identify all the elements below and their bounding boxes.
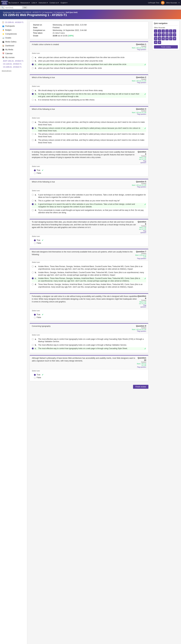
radio-q6-false[interactable] bbox=[34, 242, 36, 244]
user-avatar[interactable]: SN bbox=[161, 1, 164, 4]
question-10-false-option[interactable]: False bbox=[34, 376, 146, 378]
question-5-option-a[interactable]: a. A poor technique is to search the web… bbox=[32, 194, 146, 199]
radio-q2-c[interactable] bbox=[32, 99, 34, 101]
sidebar-item-grades[interactable]: 📊 Grades bbox=[0, 36, 27, 40]
radio-q3-a[interactable] bbox=[32, 121, 34, 123]
nav-btn-17[interactable]: 17 bbox=[169, 37, 172, 40]
sidebar-item-badges[interactable]: 🏅 Badges bbox=[0, 28, 27, 32]
radio-q3-d[interactable] bbox=[32, 139, 34, 141]
radio-q1-b[interactable] bbox=[32, 60, 34, 62]
question-9-option-c[interactable]: c. The most effective way to control how… bbox=[32, 347, 146, 350]
nav-my-courses[interactable]: My Courses ▾ bbox=[8, 2, 19, 4]
question-1-flag[interactable]: Flag question bbox=[132, 49, 146, 50]
nav-btn-4[interactable]: 4 bbox=[165, 30, 169, 33]
question-3-flag[interactable]: Flag question bbox=[132, 114, 146, 115]
sidebar-item-participants[interactable]: 👥 Participants bbox=[0, 24, 27, 28]
nav-btn-20[interactable]: 20 bbox=[158, 41, 161, 44]
breadcrumb-my-courses[interactable]: My courses bbox=[12, 12, 21, 13]
question-6-true-option[interactable]: True ✔ bbox=[34, 239, 146, 242]
question-7-flag[interactable]: Flag question bbox=[133, 258, 146, 259]
question-1-option-b[interactable]: b. when you pick three colours that lie … bbox=[32, 60, 146, 62]
question-8-flag[interactable]: Flag question bbox=[138, 304, 146, 308]
question-7-option-c[interactable]: c. Andale Mono, Times New Roman, Georgia… bbox=[32, 277, 146, 282]
sidebar-course-cs2205[interactable]: CS 2205-01 - AY2023-T1 bbox=[0, 66, 27, 68]
breadcrumb-course[interactable]: CS 2205-01 - AY2023-T1 bbox=[22, 12, 41, 13]
question-7-option-b[interactable]: b. Andale Mono, Georgia, Verdana, Arial/… bbox=[32, 271, 146, 276]
nav-btn-13[interactable]: 13 bbox=[154, 37, 157, 40]
question-1-option-a[interactable]: a. when you pick two colours and then pi… bbox=[32, 56, 146, 59]
breadcrumb-14-sep[interactable]: 14 September bbox=[42, 12, 53, 13]
question-4-false-option[interactable]: False bbox=[34, 172, 146, 174]
question-2-option-c[interactable]: c. It is nonsense that too much choice i… bbox=[32, 98, 146, 101]
radio-q10-false[interactable] bbox=[34, 377, 36, 378]
nav-btn-3[interactable]: 3 bbox=[162, 30, 165, 33]
question-8-true-option[interactable]: True ✔ bbox=[34, 313, 146, 316]
question-7-option-d[interactable]: d. Times New Roman, Georgia, Verdana, Ar… bbox=[32, 283, 146, 288]
question-4-true-option[interactable]: True ✔ bbox=[34, 169, 146, 172]
nav-language[interactable]: English ▾ bbox=[61, 2, 68, 4]
radio-q6-true[interactable] bbox=[34, 240, 36, 241]
question-4-flag[interactable]: Flag question bbox=[138, 160, 146, 164]
question-8-false-option[interactable]: False bbox=[34, 316, 146, 318]
nav-resources[interactable]: Resources ▾ bbox=[20, 2, 30, 4]
question-5-option-d[interactable]: d. Try to concentrate to create a well-t… bbox=[32, 209, 146, 214]
radio-q10-true[interactable] bbox=[34, 374, 36, 376]
nav-btn-18[interactable]: 18 bbox=[173, 37, 176, 40]
question-10-flag[interactable]: Flag question bbox=[136, 366, 146, 368]
nav-btn-8[interactable]: 8 bbox=[158, 33, 161, 36]
sidebar-course-ah3t[interactable]: AH3T 1401-01 - AY2023-T1 bbox=[0, 60, 27, 62]
radio-q5-a[interactable] bbox=[32, 194, 34, 196]
question-5-option-c[interactable]: c. A good technique is to search the web… bbox=[32, 203, 146, 208]
user-name[interactable]: Sifiso Nxumalo bbox=[166, 2, 177, 4]
sidebar-item-competencies[interactable]: ⭐ Competencies bbox=[0, 32, 27, 36]
radio-q1-c[interactable] bbox=[32, 64, 34, 65]
breadcrumb-14-sep-2[interactable]: 14 September bbox=[54, 12, 64, 13]
question-1-option-d[interactable]: d. when you pick four colours that lie e… bbox=[32, 67, 146, 70]
nav-btn-9[interactable]: 9 bbox=[162, 33, 165, 36]
question-5-flag[interactable]: Flag question bbox=[132, 186, 146, 188]
radio-q9-b[interactable] bbox=[32, 344, 34, 346]
nav-btn-1[interactable]: 1 bbox=[154, 30, 157, 33]
sidebar-item-calendar[interactable]: 📅 Calendar bbox=[0, 52, 27, 56]
nav-btn-6[interactable]: 6 bbox=[173, 30, 176, 33]
radio-q1-d[interactable] bbox=[32, 67, 34, 69]
question-9-option-a[interactable]: a. The most effective way to control how… bbox=[32, 338, 146, 343]
nav-contact[interactable]: Contact us ▾ bbox=[50, 2, 59, 4]
nav-btn-7[interactable]: 7 bbox=[154, 33, 157, 36]
radio-q7-b[interactable] bbox=[32, 272, 34, 273]
question-3-option-d[interactable]: d. The primary colours consist of red, w… bbox=[32, 139, 146, 144]
radio-q2-a[interactable] bbox=[32, 90, 34, 92]
question-7-option-a[interactable]: a. Andale Mono, Times New Roman, Georgia… bbox=[32, 265, 146, 270]
question-10-true-option[interactable]: True ✔ bbox=[34, 374, 146, 376]
nav-btn-2[interactable]: 2 bbox=[158, 30, 161, 33]
sidebar-item-course-main[interactable]: 📋 CS 2205-01 - AY2023-T1 bbox=[0, 20, 27, 24]
radio-q7-c[interactable] bbox=[32, 278, 34, 279]
search-input[interactable] bbox=[4, 6, 22, 9]
question-2-option-b[interactable]: b. As long as there is an apparent progr… bbox=[32, 93, 146, 98]
nav-btn-19[interactable]: 19 bbox=[154, 41, 157, 44]
sidebar-item-dashboard[interactable]: 🏠 Dashboard bbox=[0, 44, 27, 48]
radio-q8-true[interactable] bbox=[34, 314, 36, 316]
radio-q3-b[interactable] bbox=[32, 127, 34, 129]
nav-btn-15[interactable]: 15 bbox=[162, 37, 165, 40]
radio-q4-false[interactable] bbox=[34, 172, 36, 174]
radio-q7-d[interactable] bbox=[32, 284, 34, 285]
question-6-flag[interactable]: Flag question bbox=[138, 230, 146, 234]
question-2-flag[interactable]: Flag question bbox=[132, 82, 146, 84]
radio-q8-false[interactable] bbox=[34, 317, 36, 318]
question-5-option-b[interactable]: b. This is a golden rule "never search o… bbox=[32, 200, 146, 202]
radio-q7-a[interactable] bbox=[32, 266, 34, 267]
question-3-option-a[interactable]: a. The primary colours consist of red, g… bbox=[32, 121, 146, 126]
question-1-option-c[interactable]: c. when you pick one colour and then pic… bbox=[32, 63, 146, 66]
sidebar-course-cs1104[interactable]: CS 1104-01 - AY2023-T1 bbox=[0, 62, 27, 66]
nav-links[interactable]: Links ▾ bbox=[32, 2, 37, 4]
nav-instructors[interactable]: Instructors ▾ bbox=[38, 2, 48, 4]
radio-q3-c[interactable] bbox=[32, 133, 34, 135]
question-6-false-option[interactable]: False bbox=[34, 242, 146, 244]
nav-btn-11[interactable]: 11 bbox=[169, 33, 172, 36]
nav-btn-12[interactable]: 12 bbox=[173, 33, 176, 36]
radio-q4-true[interactable] bbox=[34, 170, 36, 171]
question-2-option-a[interactable]: a. We should always try to achieve that … bbox=[32, 89, 146, 92]
nav-btn-14[interactable]: 14 bbox=[158, 37, 161, 40]
university-logo[interactable]: UNIVERSITY OF THE PEOPLE bbox=[2, 0, 8, 5]
